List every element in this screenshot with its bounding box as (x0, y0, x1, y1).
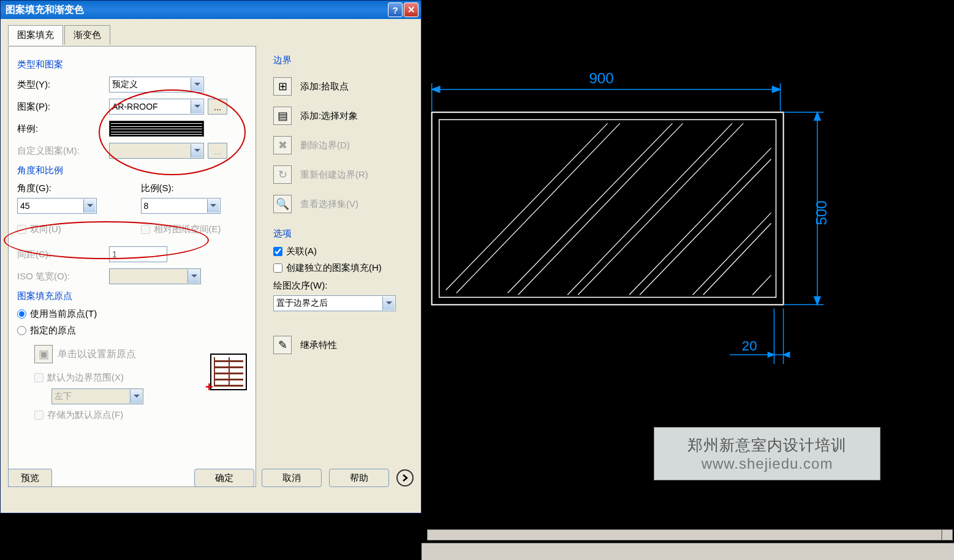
associative-checkbox[interactable] (273, 247, 282, 256)
chevron-down-icon[interactable] (83, 199, 96, 213)
label-draw-order: 绘图次序(W): (273, 280, 414, 292)
store-default-checkbox (34, 411, 44, 420)
add-pick-points-button[interactable]: ⊞添加:拾取点 (273, 77, 414, 96)
svg-marker-26 (768, 352, 774, 357)
preview-button[interactable]: 预览 (8, 469, 52, 487)
inherit-properties-button[interactable]: ✎继承特性 (273, 336, 414, 354)
scrollbar-corner (942, 529, 953, 540)
svg-line-8 (456, 123, 620, 293)
hatch-dialog: 图案填充和渐变色 ? ✕ 图案填充 渐变色 类型和图案 类型(Y): 预定义 图… (0, 0, 422, 513)
inherit-icon: ✎ (273, 336, 292, 354)
add-select-objects-button[interactable]: ▤添加:选择对象 (273, 107, 414, 125)
svg-line-10 (518, 123, 683, 295)
chevron-down-icon (130, 390, 142, 403)
type-dropdown[interactable]: 预定义 (109, 77, 204, 93)
dialog-buttons: 预览 确定 取消 帮助 (8, 469, 414, 487)
cad-status-bar (422, 543, 954, 560)
svg-line-17 (752, 275, 771, 295)
double-checkbox (17, 225, 26, 234)
label-type: 类型(Y): (17, 79, 109, 91)
view-selection-button: 🔍查看选择集(V) (273, 195, 414, 213)
spacing-input (109, 246, 167, 262)
default-bbox-checkbox (34, 373, 44, 382)
iso-pen-dropdown (109, 268, 201, 284)
pattern-swatch[interactable] (109, 121, 204, 137)
cancel-button[interactable]: 取消 (262, 469, 322, 487)
view-selection-icon: 🔍 (273, 195, 292, 213)
right-column: 边界 ⊞添加:拾取点 ▤添加:选择对象 ✖删除边界(D) ↻重新创建边界(R) … (273, 50, 414, 365)
separate-hatch-checkbox[interactable] (273, 263, 282, 273)
label-spacing: 间距(C): (17, 249, 109, 260)
group-origin: 图案填充原点 (17, 290, 247, 302)
use-current-origin-radio[interactable] (17, 309, 26, 319)
draw-order-dropdown[interactable]: 置于边界之后 (273, 295, 396, 311)
ok-button[interactable]: 确定 (194, 469, 254, 487)
svg-line-14 (640, 159, 771, 295)
chevron-down-icon[interactable] (191, 100, 203, 113)
svg-line-16 (703, 223, 771, 295)
group-boundary: 边界 (273, 55, 414, 66)
titlebar[interactable]: 图案填充和渐变色 ? ✕ (1, 1, 421, 19)
svg-marker-19 (814, 112, 820, 120)
dim-offset: 20 (742, 338, 757, 354)
group-type-pattern: 类型和图案 (17, 59, 247, 70)
hatch-panel: 类型和图案 类型(Y): 预定义 图案(P): AR-RROOF ... 样例:… (8, 46, 256, 487)
pattern-browse-button[interactable]: ... (208, 99, 227, 115)
chevron-down-icon (191, 144, 203, 157)
chevron-down-icon[interactable] (207, 199, 219, 213)
tab-hatch[interactable]: 图案填充 (8, 25, 63, 45)
chevron-down-icon[interactable] (382, 297, 395, 310)
origin-preview (210, 354, 247, 390)
label-pattern: 图案(P): (17, 101, 109, 113)
svg-line-11 (567, 123, 732, 295)
custom-browse-button: ... (208, 143, 227, 159)
plus-icon: + (205, 379, 213, 395)
label-scale: 比例(S): (141, 183, 248, 194)
chevron-down-icon[interactable] (191, 78, 203, 91)
expand-button[interactable] (396, 469, 414, 486)
chevron-down-icon (187, 270, 200, 283)
specify-origin-radio[interactable] (17, 326, 26, 335)
horizontal-scrollbar[interactable] (427, 529, 942, 540)
relative-paper-checkbox (141, 225, 150, 234)
dim-height: 500 (813, 200, 830, 225)
svg-marker-20 (814, 297, 820, 305)
delete-boundary-button: ✖删除边界(D) (273, 136, 414, 154)
svg-marker-1 (432, 86, 440, 93)
svg-line-7 (446, 123, 608, 290)
help-button[interactable]: 帮助 (329, 469, 389, 487)
svg-line-12 (578, 123, 743, 295)
group-angle-scale: 角度和比例 (17, 165, 247, 176)
angle-dropdown[interactable]: 45 (17, 198, 97, 214)
label-sample: 样例: (17, 123, 109, 135)
tab-gradient[interactable]: 渐变色 (64, 25, 110, 45)
svg-rect-5 (432, 112, 784, 305)
tab-bar: 图案填充 渐变色 (8, 25, 414, 45)
svg-line-9 (508, 123, 673, 293)
label-custom-pattern: 自定义图案(M): (17, 145, 109, 157)
label-iso-pen: ISO 笔宽(O): (17, 271, 109, 282)
scale-dropdown[interactable]: 8 (141, 198, 221, 214)
pattern-dropdown[interactable]: AR-RROOF (109, 99, 204, 115)
svg-rect-6 (439, 119, 776, 297)
label-angle: 角度(G): (17, 183, 124, 194)
delete-boundary-icon: ✖ (273, 136, 292, 154)
svg-marker-27 (784, 352, 790, 357)
select-objects-icon: ▤ (273, 107, 292, 125)
pick-points-icon: ⊞ (273, 77, 292, 96)
watermark: 郑州新意室内设计培训 www.shejiedu.com (654, 427, 880, 480)
close-icon[interactable]: ✕ (404, 2, 418, 17)
recreate-boundary-icon: ↻ (273, 165, 292, 184)
recreate-boundary-button: ↻重新创建边界(R) (273, 165, 414, 184)
svg-line-15 (693, 213, 771, 295)
svg-line-13 (629, 148, 771, 295)
dialog-title: 图案填充和渐变色 (3, 4, 387, 17)
help-icon[interactable]: ? (388, 2, 403, 17)
dim-width: 900 (589, 70, 613, 86)
bbox-position-dropdown: 左下 (51, 388, 143, 404)
group-options: 选项 (273, 228, 414, 240)
custom-pattern-dropdown (109, 143, 204, 159)
svg-marker-2 (772, 86, 780, 93)
origin-pick-icon: ▣ (34, 345, 53, 363)
